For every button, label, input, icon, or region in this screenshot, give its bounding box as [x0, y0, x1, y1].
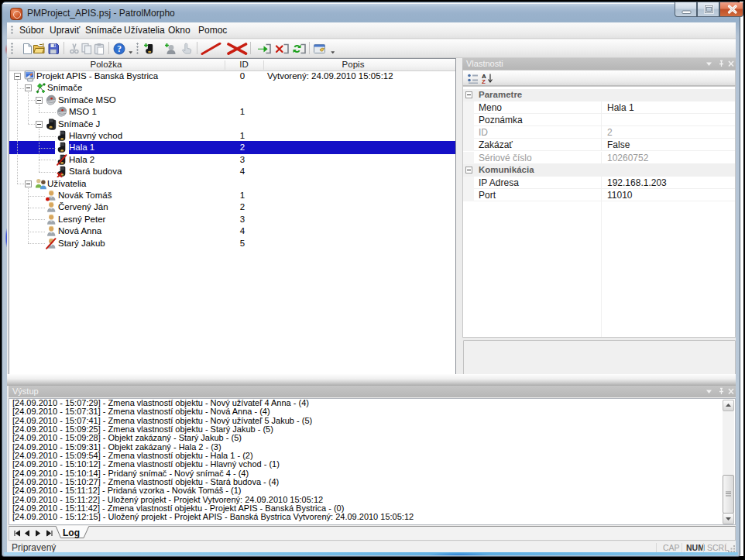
svg-text:?: ?	[117, 44, 122, 53]
svg-text:Z: Z	[482, 78, 486, 84]
